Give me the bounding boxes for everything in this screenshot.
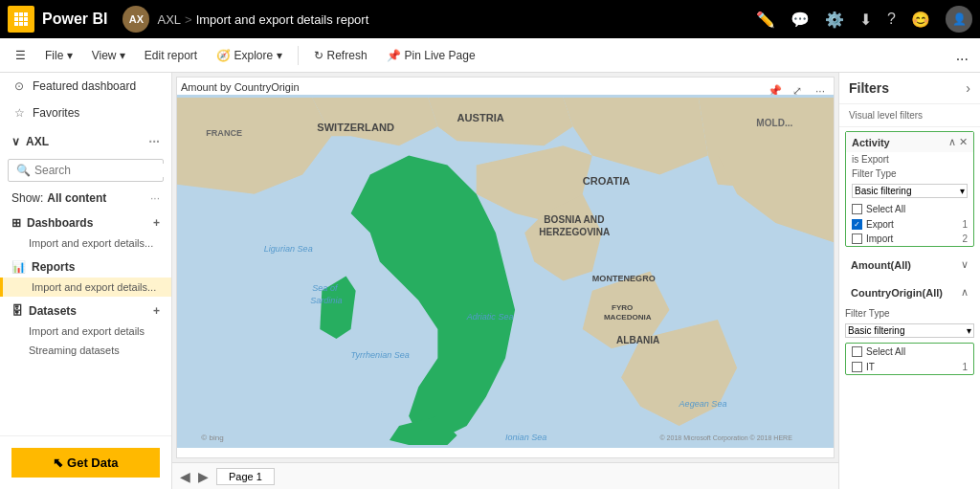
filter-expand-icon[interactable]: ∧	[948, 136, 956, 148]
svg-text:Adriatic Sea: Adriatic Sea	[466, 312, 514, 322]
view-menu[interactable]: View ▾	[84, 45, 133, 66]
breadcrumb-workspace[interactable]: AXL	[157, 12, 181, 27]
select-all-row[interactable]: Select All	[846, 201, 973, 217]
gear-icon[interactable]: ⚙️	[825, 11, 844, 29]
country-expand-icon[interactable]: ∧	[961, 286, 969, 299]
axl-dots[interactable]: ···	[148, 134, 160, 149]
amount-filter-header[interactable]: Amount(All) ∨	[845, 255, 974, 275]
sidebar-sub-dashboard[interactable]: Import and export details...	[0, 233, 171, 253]
svg-rect-1	[19, 12, 23, 16]
favorites-icon: ☆	[11, 105, 27, 121]
export-option[interactable]: ✓ Export 1	[846, 217, 973, 232]
svg-rect-6	[14, 22, 18, 26]
download-icon[interactable]: ⬇	[859, 11, 872, 29]
axl-label: AXL	[26, 135, 49, 148]
app-grid-button[interactable]	[8, 6, 34, 33]
sidebar-item-favorites[interactable]: ☆ Favorites	[0, 100, 171, 126]
it-checkbox[interactable]	[852, 362, 862, 372]
all-content-link[interactable]: All content	[47, 191, 106, 205]
add-dataset-button[interactable]: +	[153, 304, 160, 318]
map-container: SWITZERLAND AUSTRIA CROATIA BOSNIA AND H…	[177, 95, 834, 448]
search-icon: 🔍	[16, 164, 31, 177]
pin-live-page-button[interactable]: 📌 Pin Live Page	[379, 45, 483, 66]
amount-expand-icon[interactable]: ∨	[961, 258, 969, 271]
featured-label: Featured dashboard	[33, 79, 143, 93]
top-bar-icons: ✏️ 💬 ⚙️ ⬇ ? 😊 👤	[756, 6, 972, 33]
country-filter-section: CountryOrigin(All) ∧	[845, 282, 974, 302]
svg-rect-3	[14, 17, 18, 21]
svg-text:Aegean Sea: Aegean Sea	[679, 399, 727, 409]
select-all-label: Select All	[866, 204, 905, 214]
svg-rect-2	[24, 12, 28, 16]
svg-text:MACEDONIA: MACEDONIA	[604, 313, 652, 322]
filter-type-dropdown[interactable]: Basic filtering ▾	[852, 184, 968, 198]
svg-text:CROATIA: CROATIA	[583, 175, 631, 187]
more-options-button[interactable]: ...	[952, 43, 972, 68]
country-select-all-label: Select All	[866, 346, 905, 357]
file-menu[interactable]: File ▾	[37, 45, 80, 66]
sidebar-axl-header[interactable]: ∨ AXL ···	[0, 126, 171, 153]
show-label: Show:	[11, 191, 43, 205]
prev-page-button[interactable]: ◀	[180, 469, 190, 484]
sidebar-sub-report[interactable]: Import and export details...	[0, 278, 171, 297]
country-filter-name: CountryOrigin(All)	[851, 287, 961, 299]
center-area: Amount by CountryOrigin 📌 ⤢ ···	[172, 73, 838, 489]
refresh-button[interactable]: ↻ Refresh	[306, 45, 375, 66]
sidebar-sub-dataset1[interactable]: Import and export details	[0, 322, 171, 341]
filter-subtext-type: Filter Type	[846, 167, 973, 181]
top-bar: Power BI AX AXL > Import and export deta…	[0, 0, 980, 38]
filter-clear-icon[interactable]: ✕	[959, 136, 968, 148]
sidebar-item-featured[interactable]: ⊙ Featured dashboard ···	[0, 73, 171, 100]
second-bar: ☰ File ▾ View ▾ Edit report 🧭 Explore ▾ …	[0, 38, 980, 73]
country-filter-type-dropdown[interactable]: Basic filtering ▾	[845, 323, 974, 338]
country-select-all-row[interactable]: Select All	[846, 344, 973, 360]
search-box[interactable]: 🔍	[8, 159, 164, 182]
import-label: Import	[866, 233, 893, 244]
it-option[interactable]: IT 1	[846, 360, 973, 374]
svg-rect-7	[19, 22, 23, 26]
user-avatar[interactable]: AX	[122, 6, 149, 33]
search-input[interactable]	[34, 164, 172, 177]
svg-text:MOLD...: MOLD...	[756, 118, 792, 128]
country-filter-header[interactable]: CountryOrigin(All) ∧	[845, 282, 974, 302]
amount-filter-name: Amount(All)	[851, 259, 961, 271]
breadcrumb-current: Import and export details report	[196, 12, 369, 27]
get-data-button[interactable]: ⬉ Get Data	[11, 448, 160, 478]
page-tab[interactable]: Page 1	[216, 468, 275, 485]
help-icon[interactable]: ?	[887, 11, 896, 28]
select-all-checkbox[interactable]	[852, 204, 862, 214]
breadcrumb-separator: >	[185, 12, 192, 27]
export-count: 1	[962, 219, 968, 230]
svg-rect-5	[24, 17, 28, 21]
export-checkbox[interactable]: ✓	[852, 219, 862, 230]
activity-filter-header[interactable]: Activity ∧ ✕	[846, 132, 973, 152]
country-select-all-checkbox[interactable]	[852, 346, 862, 357]
filters-title: Filters	[849, 80, 966, 96]
svg-text:AUSTRIA: AUSTRIA	[457, 112, 504, 123]
separator	[298, 46, 299, 65]
reports-icon: 📊	[11, 260, 26, 274]
filters-expand-icon[interactable]: ›	[966, 80, 970, 96]
sidebar-sub-dataset2[interactable]: Streaming datasets	[0, 341, 171, 360]
sidebar-datasets-header[interactable]: 🗄 Datasets +	[0, 297, 171, 322]
chat-icon[interactable]: 💬	[791, 11, 810, 29]
sidebar-dashboards-header[interactable]: ⊞ Dashboards +	[0, 209, 171, 233]
user-profile-button[interactable]: 👤	[946, 6, 972, 33]
breadcrumb: AXL > Import and export details report	[157, 12, 368, 27]
import-count: 2	[962, 233, 968, 244]
sidebar-bottom: ⬉ Get Data	[0, 435, 171, 489]
next-page-button[interactable]: ▶	[198, 469, 209, 484]
show-dots[interactable]: ···	[150, 191, 160, 205]
import-checkbox[interactable]	[852, 233, 862, 244]
add-dashboard-button[interactable]: +	[153, 216, 160, 230]
edit-report-menu[interactable]: Edit report	[137, 45, 205, 66]
hamburger-icon[interactable]: ☰	[8, 45, 33, 66]
emoji-icon[interactable]: 😊	[911, 11, 930, 29]
svg-text:FYRO: FYRO	[612, 303, 633, 312]
import-option[interactable]: Import 2	[846, 232, 973, 246]
it-count: 1	[962, 362, 968, 372]
explore-menu[interactable]: 🧭 Explore ▾	[209, 45, 289, 66]
dropdown-chevron-icon: ▾	[960, 186, 965, 196]
sidebar-reports-header[interactable]: 📊 Reports	[0, 253, 171, 278]
edit-icon[interactable]: ✏️	[756, 11, 775, 29]
